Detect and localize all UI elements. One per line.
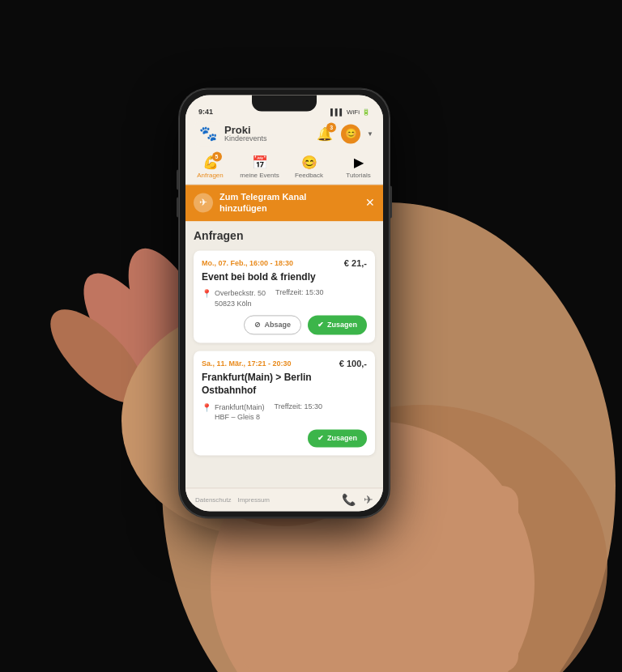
signal-icon: ▌▌▌ — [330, 108, 344, 116]
tutorials-label: Tutorials — [346, 172, 370, 179]
phone-notch — [252, 95, 317, 111]
impressum-link[interactable]: Impressum — [237, 496, 270, 504]
event-date-2: Sa., 11. Mär., 17:21 - 20:30 — [202, 360, 292, 368]
event-actions-1: ⊘ Absage ✔ Zusagen — [202, 316, 367, 335]
event-price-2: € 100,- — [339, 359, 367, 369]
user-avatar[interactable]: 😊 — [341, 124, 360, 143]
zusagen-label-2: Zusagen — [327, 434, 357, 442]
header-icons: 🔔 3 😊 ▼ — [315, 124, 373, 143]
zusagen-label-1: Zusagen — [327, 321, 357, 330]
send-icon[interactable]: ✈ — [364, 493, 373, 506]
event-date-row-1: Mo., 07. Feb., 16:00 - 18:30 € 21,- — [202, 258, 367, 268]
feedback-label: Feedback — [295, 172, 323, 179]
logo-area: 🐾 Proki Kinderevents — [195, 121, 267, 147]
event-price-1: € 21,- — [344, 258, 367, 268]
meine-events-label: meine Events — [240, 172, 279, 179]
tutorials-icon: ▶ — [354, 155, 364, 170]
section-title: Anfragen — [194, 229, 375, 242]
feedback-icon: 😊 — [301, 155, 317, 170]
zusagen-button-2[interactable]: ✔ Zusagen — [308, 429, 367, 447]
tab-anfragen[interactable]: 💪 5 Anfragen — [185, 151, 235, 184]
location-details-1: Overbeckstr. 50 50823 Köln Treffzeit: 15… — [215, 289, 367, 309]
telegram-text: Zum Telegram Kanal hinzufügen — [219, 191, 359, 215]
battery-icon: 🔋 — [362, 108, 370, 116]
volume-up-button — [177, 169, 179, 189]
app-header: 🐾 Proki Kinderevents 🔔 3 😊 ▼ — [185, 117, 383, 151]
event-title-2: Frankfurt(Main) > Berlin Ostbahnhof — [202, 372, 367, 398]
tab-feedback[interactable]: 😊 Feedback — [284, 151, 334, 184]
meine-events-icon: 📅 — [252, 155, 268, 170]
footer-action-icons: 📞 ✈ — [342, 493, 373, 506]
event-date-row-2: Sa., 11. Mär., 17:21 - 20:30 € 100,- — [202, 359, 367, 369]
event-date-1: Mo., 07. Feb., 16:00 - 18:30 — [202, 259, 293, 267]
status-time: 9:41 — [198, 108, 213, 116]
footer-links: Datenschutz Impressum — [195, 496, 270, 504]
location-pin-icon-1: 📍 — [202, 290, 211, 299]
phone-screen: 9:41 ▌▌▌ WiFi 🔋 🐾 Proki Kinderevents — [185, 95, 383, 511]
event-location-2: 📍 Frankfurt(Main) HBF – Gleis 8 Treffzei… — [202, 402, 367, 423]
anfragen-badge: 5 — [212, 151, 222, 161]
telegram-icon: ✈ — [194, 194, 213, 213]
location-details-2: Frankfurt(Main) HBF – Gleis 8 Treffzeit:… — [215, 402, 367, 423]
main-content: Anfragen Mo., 07. Feb., 16:00 - 18:30 € … — [185, 221, 383, 487]
notification-bell[interactable]: 🔔 3 — [315, 124, 334, 143]
zusagen-button-1[interactable]: ✔ Zusagen — [308, 316, 367, 335]
volume-down-button — [177, 197, 179, 217]
absage-label-1: Absage — [264, 321, 291, 330]
logo-kinder: Kinderevents — [224, 135, 267, 142]
event-title-1: Event bei bold & friendly — [202, 271, 367, 284]
datenschutz-link[interactable]: Datenschutz — [195, 496, 231, 504]
tab-tutorials[interactable]: ▶ Tutorials — [334, 151, 383, 184]
telegram-banner[interactable]: ✈ Zum Telegram Kanal hinzufügen ✕ — [185, 185, 383, 221]
phone-icon[interactable]: 📞 — [342, 493, 356, 506]
anfragen-label: Anfragen — [197, 172, 223, 179]
event-address-1: Overbeckstr. 50 50823 Köln — [215, 289, 266, 309]
anfragen-icon: 💪 5 — [202, 155, 219, 170]
app-footer: Datenschutz Impressum 📞 ✈ — [185, 487, 383, 511]
tab-meine-events[interactable]: 📅 meine Events — [235, 151, 284, 184]
logo-icon: 🐾 — [195, 121, 221, 147]
power-button — [390, 185, 392, 218]
chevron-down-icon: ▼ — [367, 130, 373, 138]
event-actions-2: ✔ Zusagen — [202, 429, 367, 447]
status-icons: ▌▌▌ WiFi 🔋 — [330, 108, 370, 116]
event-card-2: Sa., 11. Mär., 17:21 - 20:30 € 100,- Fra… — [194, 351, 375, 455]
telegram-close-button[interactable]: ✕ — [365, 197, 375, 210]
cancel-icon-1: ⊘ — [254, 321, 261, 330]
meeting-time-2: Treffzeit: 15:30 — [275, 402, 323, 423]
event-card-1: Mo., 07. Feb., 16:00 - 18:30 € 21,- Even… — [194, 250, 375, 343]
nav-tabs: 💪 5 Anfragen 📅 meine Events 😊 Feedback ▶… — [185, 151, 383, 185]
location-pin-icon-2: 📍 — [202, 403, 211, 412]
absage-button-1[interactable]: ⊘ Absage — [244, 316, 301, 335]
notification-badge: 3 — [326, 122, 336, 132]
phone-container: 9:41 ▌▌▌ WiFi 🔋 🐾 Proki Kinderevents — [179, 88, 390, 517]
check-icon-2: ✔ — [317, 434, 324, 442]
phone-frame: 9:41 ▌▌▌ WiFi 🔋 🐾 Proki Kinderevents — [179, 88, 390, 517]
logo-text: Proki Kinderevents — [224, 125, 267, 142]
wifi-icon: WiFi — [347, 108, 360, 116]
event-address-2: Frankfurt(Main) HBF – Gleis 8 — [215, 402, 265, 423]
check-icon-1: ✔ — [317, 321, 324, 330]
event-location-1: 📍 Overbeckstr. 50 50823 Köln Treffzeit: … — [202, 289, 367, 309]
meeting-time-1: Treffzeit: 15:30 — [275, 289, 324, 309]
